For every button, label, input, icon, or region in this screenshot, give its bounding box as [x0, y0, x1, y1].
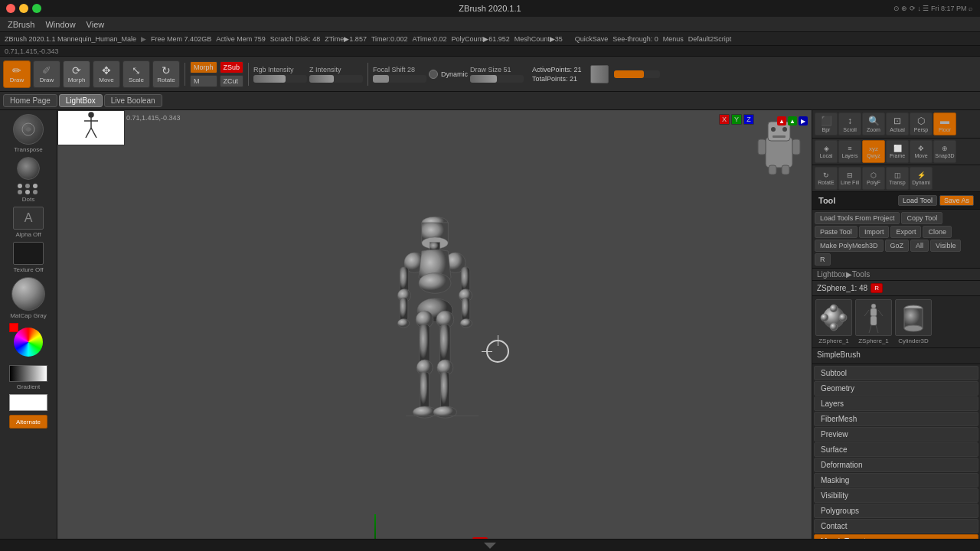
matcap-item[interactable]: MatCap Gray	[10, 277, 47, 319]
menu-masking[interactable]: Masking	[814, 473, 978, 487]
zoom-btn[interactable]: 🔍 Zoom	[862, 112, 885, 135]
clone-btn[interactable]: Clone	[923, 226, 952, 238]
dynamic-indicator[interactable]	[429, 70, 438, 79]
polyf-btn[interactable]: ⬡ PolyF	[862, 167, 885, 190]
make-polymesh3d-btn[interactable]: Make PolyMesh3D	[815, 240, 884, 252]
menu-polygroups[interactable]: Polygroups	[814, 504, 978, 518]
orient-x-arrow[interactable]: X	[719, 114, 730, 125]
linefill-btn[interactable]: ⊟ Line Fill	[838, 167, 861, 190]
orient-z-arrow[interactable]: Z	[743, 114, 754, 125]
lightbox-tools[interactable]: Lightbox▶Tools	[812, 269, 980, 281]
move-r-btn[interactable]: ✥ Move	[910, 140, 933, 163]
persp-btn[interactable]: ⬡ Persp	[910, 112, 933, 135]
menu-visibility[interactable]: Visibility	[814, 488, 978, 503]
menu-contact[interactable]: Contact	[814, 519, 978, 533]
texture-item[interactable]: Texture Off	[13, 242, 44, 273]
all-btn[interactable]: All	[910, 240, 929, 252]
tool-thumb-zsphere-label: ZSphere_1	[818, 337, 849, 344]
tool-thumb-mannequin[interactable]: ZSphere_1	[855, 299, 892, 344]
menu-layers[interactable]: Layers	[814, 396, 978, 411]
dots-item[interactable]: Dots	[18, 184, 39, 203]
nav-cube[interactable]	[754, 118, 804, 175]
color-swatch[interactable]	[590, 65, 609, 83]
menu-fibermesh[interactable]: FiberMesh	[814, 412, 978, 426]
zcut-btn[interactable]: ZCut	[220, 75, 244, 87]
scroll-btn[interactable]: ↕ Scroll	[838, 112, 861, 135]
tool-thumb-zsphere[interactable]: ZSphere_1	[815, 299, 852, 344]
load-tools-from-project-btn[interactable]: Load Tools From Project	[815, 212, 900, 224]
focal-shift-slider[interactable]	[373, 75, 426, 83]
draw-mode-btn[interactable]: ✏ Draw	[3, 60, 31, 88]
switch-color-btn[interactable]: Alternate	[9, 415, 47, 429]
m-btn[interactable]: M	[190, 75, 217, 87]
menu-preview[interactable]: Preview	[814, 427, 978, 442]
svg-line-50	[878, 310, 883, 316]
bpr-btn[interactable]: ⬛ Bpr	[815, 112, 838, 135]
rotate-btn[interactable]: ↻ Rotate	[152, 60, 180, 88]
frame-btn[interactable]: ⬜ Frame	[886, 140, 909, 163]
load-tool-btn[interactable]: Load Tool	[898, 195, 937, 206]
top-toolbar: ✏ Draw ✐ Draw ⟳ Morph ✥ Move ⤡ Scale ↻ R…	[0, 57, 980, 92]
snap3d-btn[interactable]: ⊕ Snap3D	[933, 140, 956, 163]
z-intensity-label: Z Intensity	[309, 66, 341, 73]
paste-tool-btn[interactable]: Paste Tool	[815, 226, 858, 238]
scroll-icon: ↕	[848, 116, 852, 126]
tool-thumb-cylinder[interactable]: Cylinder3D	[895, 299, 932, 344]
draw-size-slider[interactable]	[470, 75, 524, 83]
close-button[interactable]	[6, 4, 15, 13]
z-intensity-slider[interactable]	[309, 75, 363, 83]
save-as-btn[interactable]: Save As	[939, 195, 974, 206]
local-btn[interactable]: ◈ Local	[815, 140, 838, 163]
focal-shift-label: Focal Shift 28	[373, 66, 415, 73]
scale-btn[interactable]: ⤡ Scale	[122, 60, 150, 88]
import-btn[interactable]: Import	[859, 226, 890, 238]
menu-deformation[interactable]: Deformation	[814, 458, 978, 472]
menu-window[interactable]: Window	[41, 19, 80, 30]
zsub-btn[interactable]: ZSub	[220, 61, 244, 73]
rgb-intensity-slider[interactable]	[253, 75, 307, 83]
goz-btn[interactable]: GoZ	[885, 240, 910, 252]
default-zscript[interactable]: Default2Script	[688, 35, 732, 43]
r-label-btn[interactable]: R	[815, 253, 831, 266]
layers-btn[interactable]: ≡ Layers	[838, 140, 861, 163]
export-btn[interactable]: Export	[890, 226, 921, 238]
menu-subtool[interactable]: Subtool	[814, 366, 978, 380]
menu-zbrush[interactable]: ZBrush	[3, 19, 39, 30]
visible-btn[interactable]: Visible	[930, 240, 961, 252]
menu-surface[interactable]: Surface	[814, 442, 978, 457]
alpha-item[interactable]: A Alpha Off	[13, 207, 44, 238]
zsphere-r-btn[interactable]: R	[871, 283, 883, 293]
home-page-btn[interactable]: Home Page	[3, 94, 57, 107]
rotate2-btn[interactable]: ↻ RotatE	[815, 167, 838, 190]
menu-view[interactable]: View	[82, 19, 109, 30]
quicksave-btn[interactable]: QuickSave	[575, 35, 609, 43]
color-wheel-item[interactable]	[9, 323, 47, 361]
morph-top-btn[interactable]: Morph	[190, 61, 217, 73]
see-through[interactable]: See-through: 0	[612, 35, 658, 43]
canvas-area[interactable]: 0.71,1.415,-0.343 X Y Z	[57, 110, 812, 551]
dynami-btn[interactable]: ⚡ Dynami	[910, 167, 933, 190]
lightbox-btn[interactable]: LightBox	[59, 94, 103, 107]
transp-btn[interactable]: ◫ Transp	[886, 167, 909, 190]
live-boolean-btn[interactable]: Live Boolean	[104, 94, 162, 107]
minimize-button[interactable]	[19, 4, 28, 13]
coordinates: 0.71,1.415,-0.343	[5, 47, 59, 55]
menu-geometry[interactable]: Geometry	[814, 381, 978, 396]
menus-btn[interactable]: Menus	[663, 35, 684, 43]
floor-btn[interactable]: ▬ Floor	[933, 112, 956, 135]
move-btn[interactable]: ✥ Move	[93, 60, 120, 88]
morph-btn[interactable]: ⟳ Morph	[63, 60, 90, 88]
qwyz-btn[interactable]: xyz Qwyz	[862, 140, 885, 163]
persp-icon: ⬡	[917, 116, 925, 126]
gradient-item[interactable]: Gradient	[9, 365, 47, 390]
transpose-item[interactable]: Transpose	[13, 114, 44, 153]
copy-tool-btn[interactable]: Copy Tool	[901, 212, 942, 224]
inner-circle-item[interactable]	[17, 157, 40, 180]
svg-rect-35	[420, 372, 428, 410]
svg-line-53	[876, 325, 878, 333]
maximize-button[interactable]	[32, 4, 41, 13]
white-swatch[interactable]	[9, 394, 47, 411]
actual-btn[interactable]: ⊡ Actual	[886, 112, 909, 135]
draw2-btn[interactable]: ✐ Draw	[33, 60, 60, 88]
orient-y-arrow[interactable]: Y	[731, 114, 742, 125]
